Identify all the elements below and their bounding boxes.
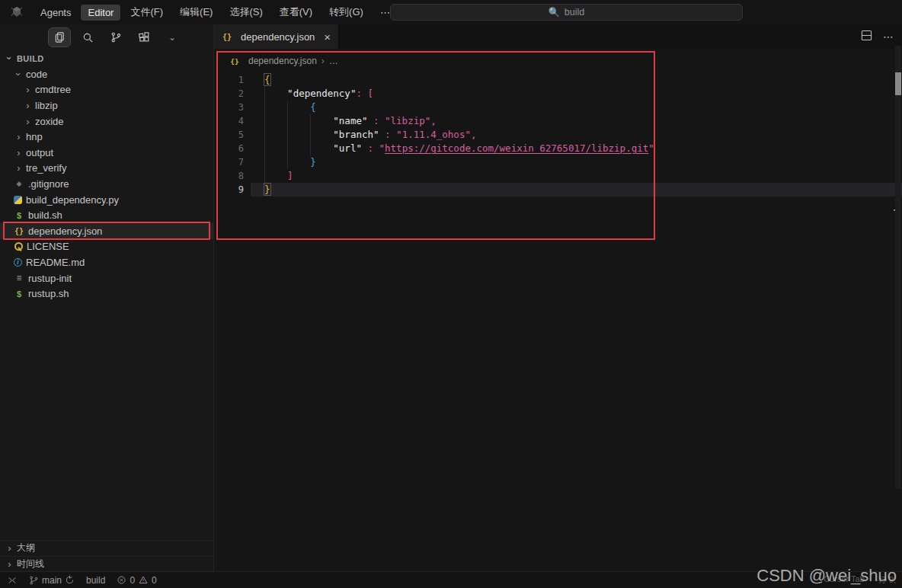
timeline-section[interactable]: › 时间线 [0, 556, 213, 572]
tree-item-rustup-init[interactable]: ≡rustup-init [0, 270, 213, 286]
code-text: } [264, 183, 270, 197]
tree-item-license[interactable]: LICENSE [0, 239, 213, 255]
menu-f[interactable]: 文件(F) [123, 3, 170, 21]
chevron-icon: › [23, 100, 33, 111]
explorer-root-folder[interactable]: › BUILD [0, 50, 213, 66]
line-number: 4 [214, 114, 244, 128]
error-count: 0 [130, 575, 135, 586]
chevron-icon: › [14, 162, 24, 174]
tree-item-label: build.sh [28, 209, 62, 221]
search-icon: 🔍 [549, 7, 560, 18]
tree-item-hnp[interactable]: ›hnp [0, 129, 213, 145]
outline-section[interactable]: › 大纲 [0, 540, 213, 556]
menu-s[interactable]: 选择(S) [222, 3, 269, 21]
branch-name: main [42, 575, 62, 586]
code-line-2[interactable]: 2 "dependency": [ [214, 87, 902, 101]
tree-item-code[interactable]: ›code [0, 66, 213, 82]
code-text: { [264, 73, 270, 87]
code-line-7[interactable]: 7 } [214, 155, 902, 169]
line-number: 9 [214, 183, 244, 197]
tree-item-readme.md[interactable]: iREADME.md [0, 254, 213, 270]
split-editor-icon[interactable] [861, 30, 872, 44]
menu-v[interactable]: 查看(V) [273, 3, 319, 21]
info-icon: i [14, 258, 22, 267]
search-value: build [565, 7, 584, 18]
tree-item-rustup.sh[interactable]: $rustup.sh [0, 286, 213, 302]
tree-item-label: LICENSE [27, 241, 69, 252]
status-bar-right: Cursor Tab 行 9, [824, 574, 896, 586]
chevron-icon: › [5, 542, 14, 554]
status-bar: main build 0 0 Cursor Tab 行 9, [0, 571, 902, 588]
tab-dependency-json[interactable]: {} dependency.json × [214, 24, 339, 49]
editor-scrollbar-track[interactable] [895, 46, 901, 489]
chevron-icon: › [14, 147, 24, 158]
json-icon: {} [14, 225, 24, 236]
tab-bar: {} dependency.json × ⋯ [214, 24, 902, 49]
tree-item-label: README.md [26, 257, 85, 268]
line-col-status[interactable]: 行 9, [878, 574, 896, 586]
activity-bar: ⌄ [0, 24, 213, 50]
code-text: { [264, 101, 316, 114]
tree-item-label: code [26, 69, 47, 80]
code-line-8[interactable]: 8 ] [214, 169, 902, 183]
problems-status[interactable]: 0 0 [117, 575, 156, 586]
json-file-icon: {} [229, 56, 240, 66]
tree-item-libzip[interactable]: ›libzip [0, 97, 213, 113]
code-text: "name" : "libzip", [264, 114, 437, 128]
breadcrumb-tail[interactable]: … [329, 56, 338, 66]
build-task-status[interactable]: build [86, 575, 105, 586]
extensions-icon[interactable] [133, 28, 155, 46]
chevron-icon: › [13, 69, 24, 79]
close-tab-icon[interactable]: × [324, 30, 331, 43]
tree-item-label: build_dependency.py [26, 194, 119, 206]
file-tree: ›code›cmdtree›libzip›zoxide›hnp›output›t… [0, 66, 213, 302]
error-icon [117, 575, 126, 585]
tree-item-label: zoxide [35, 116, 64, 127]
breadcrumb-separator: › [321, 56, 325, 66]
sidebar-bottom-sections: › 大纲 › 时间线 [0, 540, 213, 571]
tree-item-build.sh[interactable]: $build.sh [0, 207, 213, 223]
code-editor[interactable]: 1{2 "dependency": [3 {4 "name" : "libzip… [214, 73, 902, 571]
code-text: "branch" : "1.11.4_ohos", [264, 128, 476, 142]
menu-editor[interactable]: Editor [81, 5, 120, 21]
explorer-icon[interactable] [49, 28, 70, 46]
tree-item-build-dependency.py[interactable]: build_dependency.py [0, 192, 213, 208]
code-line-9[interactable]: 9} [214, 183, 902, 197]
tree-item-cmdtree[interactable]: ›cmdtree [0, 82, 213, 98]
code-line-5[interactable]: 5 "branch" : "1.11.4_ohos", [214, 128, 902, 142]
code-text: "url" : "https://gitcode.com/weixin_6276… [264, 142, 654, 155]
line-number: 6 [214, 142, 244, 155]
tree-item-output[interactable]: ›output [0, 145, 213, 161]
menu-e[interactable]: 编辑(E) [173, 3, 219, 21]
editor-scrollbar-thumb[interactable] [895, 72, 901, 95]
code-line-1[interactable]: 1{ [214, 73, 902, 87]
breadcrumb[interactable]: {} dependency.json › … [214, 49, 902, 73]
code-line-6[interactable]: 6 "url" : "https://gitcode.com/weixin_62… [214, 142, 902, 155]
root-folder-label: BUILD [17, 54, 44, 63]
main-area: ⌄ › BUILD ›code›cmdtree›libzip›zoxide›hn… [0, 24, 902, 571]
tree-item-label: rustup.sh [28, 288, 69, 299]
git-branch-status[interactable]: main [29, 575, 75, 586]
code-line-4[interactable]: 4 "name" : "libzip", [214, 114, 902, 128]
outline-label: 大纲 [17, 542, 35, 554]
tree-item-dependency.json[interactable]: {}dependency.json [0, 223, 213, 239]
editor-area: {} dependency.json × ⋯ {} dependency.jso… [214, 24, 902, 571]
tree-item-.gitignore[interactable]: ◆.gitignore [0, 176, 213, 192]
source-control-icon[interactable] [105, 28, 126, 46]
search-panel-icon[interactable] [77, 28, 98, 46]
line-number: 2 [214, 87, 244, 101]
chevron-icon: › [14, 131, 24, 142]
breadcrumb-file[interactable]: dependency.json [248, 56, 317, 66]
tree-item-zoxide[interactable]: ›zoxide [0, 113, 213, 129]
json-file-icon: {} [222, 31, 232, 42]
remote-indicator[interactable] [7, 575, 18, 586]
views-chevron-icon[interactable]: ⌄ [162, 28, 183, 46]
more-actions-icon[interactable]: ⋯ [883, 30, 894, 43]
tree-item-tre-verify[interactable]: ›tre_verify [0, 161, 213, 177]
code-line-3[interactable]: 3 { [214, 101, 902, 114]
cursor-tab-status[interactable]: Cursor Tab [824, 574, 865, 586]
menu-g[interactable]: 转到(G) [322, 3, 370, 21]
command-search-box[interactable]: 🔍 build [390, 4, 743, 21]
editor-actions: ⋯ [861, 24, 894, 49]
menu-agents[interactable]: Agents [34, 5, 78, 21]
